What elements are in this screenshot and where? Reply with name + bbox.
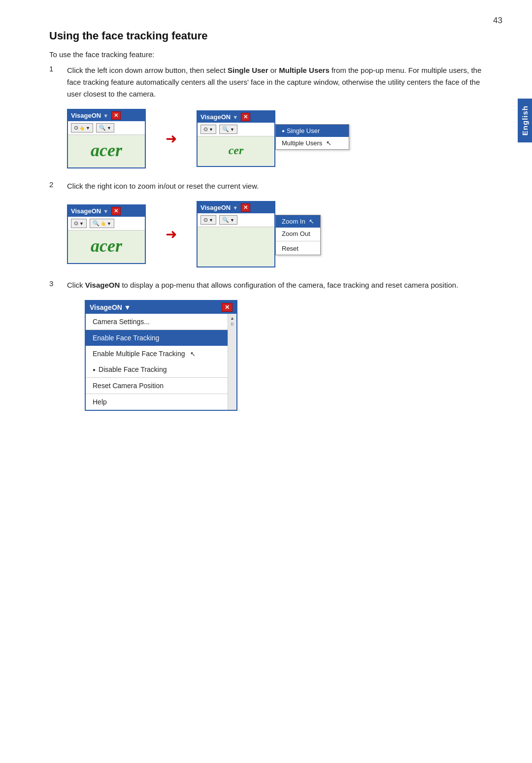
zoom-arrow-1b: ▼ [230,127,234,132]
single-user-label: Single User [287,127,320,134]
zoom-divider [276,241,320,241]
target-icon-1a: ⊙ [74,125,78,131]
right-icon-btn-2b[interactable]: 🔍 ▼ [219,215,237,225]
page-number: 43 [493,16,502,26]
visage-window-1b: VisageON ▼ ✕ ⊙ ▼ 🔍 ▼ cer [197,110,275,167]
acer-logo-2a: acer [91,235,122,256]
hand-cursor-1a: 👆 [79,126,85,131]
visage-title-1b: VisageON [200,113,231,121]
cursor-zoom: ↖ [309,218,314,225]
arrow-down-1a: ▼ [103,113,108,119]
intro-text: To use the face tracking feature: [49,50,493,59]
enable-face-tracking-item[interactable]: Enable Face Tracking [86,330,228,346]
titlebar-2a: VisageON ▼ ✕ [68,205,145,217]
toolbar-2b: ⊙ ▼ 🔍 ▼ [198,213,274,227]
body-2b [198,227,274,266]
target-icon-2a: ⊙ [74,220,78,227]
visage-title-2b: VisageON [200,204,231,211]
step-3: 3 Click VisageON to display a pop-menu t… [49,279,493,291]
left-icon-btn-2b[interactable]: ⊙ ▼ [200,215,216,225]
step3-popup-container: VisageON ▼ ✕ Camera Settings... Enable F… [67,300,493,411]
popup-multiple-users[interactable]: Multiple Users ↖ [276,137,349,149]
zoom-arrow-1a: ▼ [107,126,111,131]
titlebar-1a: VisageON ▼ ✕ [68,110,145,121]
reset-camera-item[interactable]: Reset Camera Position [86,378,228,394]
step1-popup: ● Single User Multiple Users ↖ [275,124,349,150]
arrow-step2: ➜ [166,226,177,242]
zoom-icon-1a: 🔍 [99,125,106,131]
step3-scrollbar: ▲ B [228,314,236,410]
cursor-multiple-2: ↖ [190,350,196,358]
left-icon-btn-2a[interactable]: ⊙ ▼ [71,219,87,228]
step3-popup-body: Camera Settings... Enable Face Tracking … [86,314,236,410]
arrow-down-1b: ▼ [233,114,238,120]
step-1: 1 Click the left icon down arrow button,… [49,65,493,100]
visage-window-1a: VisageON ▼ ✕ ⊙ 👆 ▼ 🔍 ▼ acer [67,109,146,168]
right-icon-btn-1b[interactable]: 🔍 ▼ [219,125,237,134]
zoom-arrow-2a: ▼ [107,221,111,226]
popup-single-user[interactable]: ● Single User [276,125,349,137]
acer-logo-1a: acer [91,140,122,161]
camera-settings-label: Camera Settings... [93,318,150,326]
visage-window-2a: VisageON ▼ ✕ ⊙ ▼ 🔍 👆 ▼ acer [67,204,146,264]
target-icon-2b: ⊙ [203,217,208,223]
zoom-icon-2a: 🔍 [93,220,100,227]
enable-multiple-label: Enable Multiple Face Tracking [93,350,185,358]
step3-visage-title: VisageON ▼ [90,303,131,311]
step-number-2: 2 [49,180,67,189]
arrow-step1: ➜ [166,131,177,147]
step1-right-group: VisageON ▼ ✕ ⊙ ▼ 🔍 ▼ cer [197,110,349,167]
right-icon-btn-1a[interactable]: 🔍 ▼ [96,123,114,133]
step-2-diagram: VisageON ▼ ✕ ⊙ ▼ 🔍 👆 ▼ acer ➜ [67,201,493,267]
dropdown-arrow-2a: ▼ [79,221,84,226]
page-title: Using the face tracking feature [49,30,493,42]
target-icon-1b: ⊙ [203,126,208,133]
acer-logo-1b: cer [229,144,244,157]
step-number-1: 1 [49,65,67,73]
toolbar-1a: ⊙ 👆 ▼ 🔍 ▼ [68,121,145,135]
multiple-users-label: Multiple Users [282,139,322,147]
help-item[interactable]: Help [86,394,228,410]
disable-face-tracking-item[interactable]: ● Disable Face Tracking [86,362,228,377]
close-btn-2a[interactable]: ✕ [111,207,121,215]
step-3-text: Click VisageON to display a pop-menu tha… [67,279,493,291]
bullet-single: ● [282,128,285,133]
zoom-in-item[interactable]: Zoom In ↖ [276,215,320,228]
step2-popup: Zoom In ↖ Zoom Out Reset [275,215,321,255]
body-1a: acer [68,135,145,167]
reset-item[interactable]: Reset [276,242,320,255]
step-2: 2 Click the right icon to zoom in/out or… [49,180,493,192]
enable-face-tracking-label: Enable Face Tracking [93,334,159,342]
close-btn-2b[interactable]: ✕ [241,203,250,212]
visage-title-2a: VisageON [71,207,101,215]
body-1b: cer [198,136,274,166]
zoom-out-item[interactable]: Zoom Out [276,228,320,240]
step-1-diagram: VisageON ▼ ✕ ⊙ 👆 ▼ 🔍 ▼ acer ➜ [67,109,493,168]
left-icon-btn-1b[interactable]: ⊙ ▼ [200,125,216,134]
close-btn-1a[interactable]: ✕ [111,111,121,120]
left-icon-btn-1a[interactable]: ⊙ 👆 ▼ [71,123,93,133]
dropdown-arrow-1b: ▼ [209,127,213,132]
right-icon-btn-2a[interactable]: 🔍 👆 ▼ [90,219,114,228]
scroll-arrow-up: ▲ [230,316,234,321]
help-label: Help [93,398,107,406]
enable-multiple-face-tracking-item[interactable]: Enable Multiple Face Tracking ↖ [86,346,228,362]
close-btn-1b[interactable]: ✕ [241,113,250,121]
step3-close-btn[interactable]: ✕ [222,303,233,312]
step-2-text: Click the right icon to zoom in/out or r… [67,180,493,192]
bullet-disable: ● [93,367,96,372]
titlebar-1b: VisageON ▼ ✕ [198,111,274,123]
arrow-down-2a: ▼ [103,208,108,214]
body-2a: acer [68,231,145,263]
disable-face-tracking-label: Disable Face Tracking [99,365,167,373]
arrow-down-2b: ▼ [233,205,238,211]
zoom-icon-1b: 🔍 [222,126,229,133]
toolbar-2a: ⊙ ▼ 🔍 👆 ▼ [68,217,145,231]
cursor-multiple: ↖ [326,139,332,147]
camera-settings-item[interactable]: Camera Settings... [86,314,228,330]
zoom-icon-2b: 🔍 [222,217,229,223]
dropdown-arrow-1a: ▼ [86,126,90,131]
dropdown-arrow-2b: ▼ [209,218,213,223]
visage-title-1a: VisageON [71,112,101,119]
step3-large-popup: VisageON ▼ ✕ Camera Settings... Enable F… [85,300,237,411]
